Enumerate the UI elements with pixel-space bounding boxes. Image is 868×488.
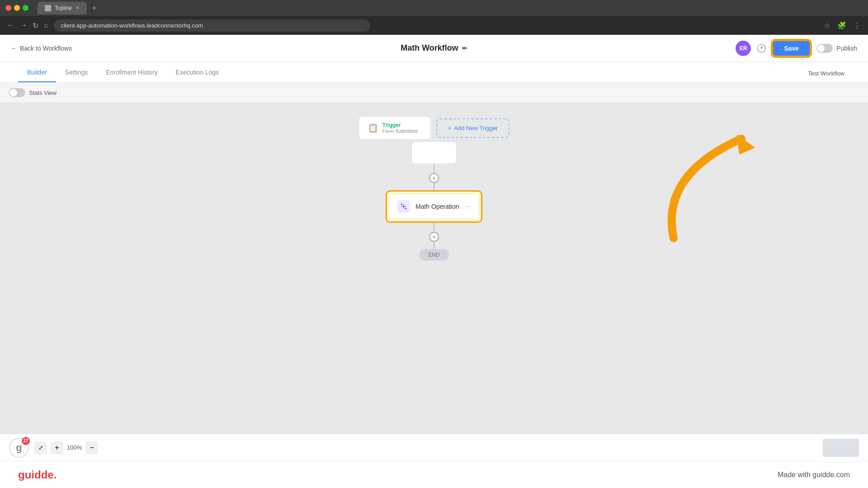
notification-count: 27 xyxy=(22,437,30,445)
stats-toggle-knob xyxy=(10,89,17,96)
connector-line-4 xyxy=(434,242,434,249)
test-workflow-button[interactable]: Test Workflow xyxy=(802,68,850,79)
close-traffic-light[interactable] xyxy=(5,5,11,11)
bottom-toolbar: g 27 ⤢ + 100% − xyxy=(0,434,868,461)
tab-enrollment-history[interactable]: Enrollment History xyxy=(97,63,166,82)
connector-line-1 xyxy=(434,164,434,173)
trigger-node[interactable]: 📋 Trigger Form Submitted xyxy=(359,116,431,140)
address-bar: ← → ↻ ⌂ ☆ 🧩 ⋮ xyxy=(0,16,868,35)
forward-nav-button[interactable]: → xyxy=(20,21,27,29)
user-avatar-button[interactable]: ER xyxy=(736,41,751,56)
zoom-in-button[interactable]: + xyxy=(51,441,63,454)
trigger-sublabel: Form Submitted xyxy=(382,128,418,134)
tab-builder[interactable]: Builder xyxy=(18,63,56,82)
stats-toggle-switch[interactable] xyxy=(9,88,25,97)
save-arrow-annotation xyxy=(651,130,778,247)
workflow-title-text: Math Workflow xyxy=(401,43,458,53)
svg-point-4 xyxy=(406,208,406,209)
trigger-label: Trigger xyxy=(382,122,418,128)
minimap[interactable] xyxy=(823,439,859,457)
connector-line-2 xyxy=(434,183,434,190)
end-node: END xyxy=(419,249,448,261)
math-operation-node-wrapper: Math Operation ··· xyxy=(386,190,482,223)
tab-builder-label: Builder xyxy=(27,69,47,76)
bookmark-icon[interactable]: ☆ xyxy=(824,21,830,30)
back-arrow-icon: ← xyxy=(11,45,17,52)
svg-point-3 xyxy=(401,204,402,205)
publish-toggle-area: Publish xyxy=(816,44,857,53)
add-new-trigger-button[interactable]: + Add New Trigger xyxy=(436,118,509,138)
traffic-lights xyxy=(5,5,28,11)
tab-close-button[interactable]: ✕ xyxy=(75,5,80,11)
guidde-notification-badge[interactable]: g 27 xyxy=(9,438,29,458)
expand-button[interactable]: ⤢ xyxy=(34,441,47,454)
zoom-level-display: 100% xyxy=(67,444,82,451)
fullscreen-traffic-light[interactable] xyxy=(23,5,28,11)
app-header: ← Back to Workflows Math Workflow ✏ ER 🕐… xyxy=(0,35,868,62)
add-trigger-plus-icon: + xyxy=(448,125,452,131)
node-menu-button[interactable]: ··· xyxy=(465,202,471,211)
trigger-row: 📋 Trigger Form Submitted + Add New Trigg… xyxy=(359,116,509,140)
stats-view-toggle[interactable]: Stats View xyxy=(9,88,57,97)
workflow-canvas: 📋 Trigger Form Submitted + Add New Trigg… xyxy=(0,103,868,461)
navigation-tabs: Builder Settings Enrollment History Exec… xyxy=(0,62,868,83)
connector-line-3 xyxy=(434,223,434,232)
guidde-credit-text: Made with guidde.com xyxy=(778,471,850,479)
stats-view-label: Stats View xyxy=(29,89,57,96)
tab-execution-label: Execution Logs xyxy=(176,69,219,76)
connection-box xyxy=(411,141,457,164)
zoom-out-button[interactable]: − xyxy=(85,441,98,454)
tab-enrollment-label: Enrollment History xyxy=(106,69,157,76)
browser-chrome: Topline ✕ + xyxy=(0,0,868,16)
zoom-controls: ⤢ + 100% − xyxy=(34,441,98,454)
header-right-section: ER 🕐 Save Publish xyxy=(736,40,857,57)
math-operation-icon xyxy=(397,200,410,213)
back-label: Back to Workflows xyxy=(20,45,72,52)
reload-button[interactable]: ↻ xyxy=(33,21,38,30)
tab-execution-logs[interactable]: Execution Logs xyxy=(167,63,228,82)
extensions-icon[interactable]: 🧩 xyxy=(837,21,846,30)
back-nav-button[interactable]: ← xyxy=(7,21,14,29)
trigger-form-icon: 📋 xyxy=(368,123,378,133)
address-input[interactable] xyxy=(54,19,370,32)
guidde-footer: guidde. Made with guidde.com xyxy=(0,461,868,488)
browser-tab[interactable]: Topline ✕ xyxy=(38,2,87,14)
add-trigger-label: Add New Trigger xyxy=(454,125,498,131)
toggle-knob xyxy=(817,45,825,52)
svg-marker-0 xyxy=(737,134,755,155)
publish-label: Publish xyxy=(836,45,857,52)
guidde-logo: guidde. xyxy=(18,469,57,481)
menu-icon[interactable]: ⋮ xyxy=(854,21,861,30)
workflow-title-area: Math Workflow ✏ xyxy=(401,43,467,53)
home-button[interactable]: ⌂ xyxy=(44,21,48,29)
edit-workflow-title-icon[interactable]: ✏ xyxy=(462,45,467,52)
minimize-traffic-light[interactable] xyxy=(14,5,20,11)
math-operation-label: Math Operation xyxy=(415,203,459,210)
publish-toggle-switch[interactable] xyxy=(816,44,833,53)
back-to-workflows-button[interactable]: ← Back to Workflows xyxy=(11,45,72,52)
save-button[interactable]: Save xyxy=(772,40,811,57)
new-tab-button[interactable]: + xyxy=(92,4,96,12)
stats-bar: Stats View xyxy=(0,83,868,103)
browser-toolbar-icons: ☆ 🧩 ⋮ xyxy=(824,21,861,30)
history-clock-icon[interactable]: 🕐 xyxy=(756,43,766,53)
tab-settings[interactable]: Settings xyxy=(56,63,97,82)
tab-settings-label: Settings xyxy=(65,69,88,76)
math-operation-node[interactable]: Math Operation ··· xyxy=(389,193,479,220)
add-step-after-button[interactable]: + xyxy=(429,232,439,242)
add-step-between-button[interactable]: + xyxy=(429,173,439,183)
tab-title: Topline xyxy=(55,5,72,11)
tab-favicon xyxy=(45,5,51,11)
